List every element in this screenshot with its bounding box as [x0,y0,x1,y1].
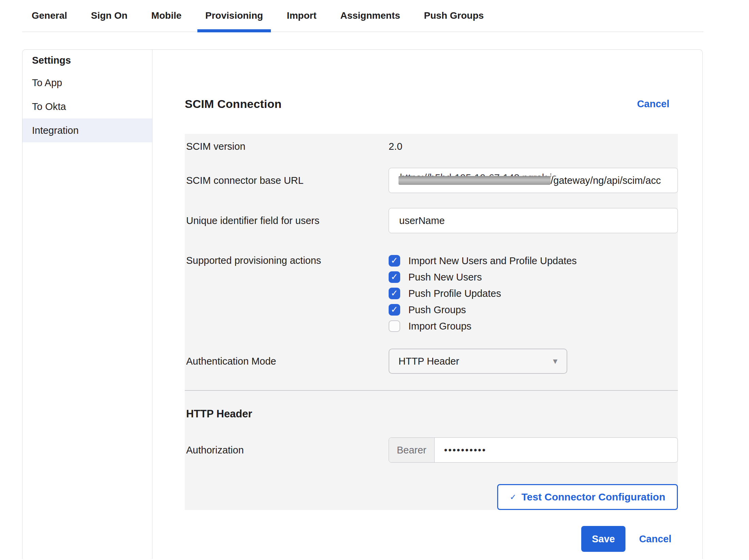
redaction-bar [398,176,551,185]
sidebar-item-to-app[interactable]: To App [22,71,152,95]
test-connector-row: ✓ Test Connector Configuration [185,484,678,510]
option-push-profile-updates[interactable]: ✓ Push Profile Updates [389,288,577,299]
scim-version-value: 2.0 [389,141,402,152]
auth-mode-selected-value: HTTP Header [398,356,459,367]
cancel-link-bottom[interactable]: Cancel [639,533,671,545]
tab-mobile[interactable]: Mobile [144,10,190,32]
page-title: SCIM Connection [185,97,281,111]
test-connector-label: Test Connector Configuration [521,491,665,503]
base-url-input[interactable]: https://b5bd-195-19-67-148.ngrok.io /gat… [389,168,678,193]
base-url-label: SCIM connector base URL [186,175,389,186]
test-connector-button[interactable]: ✓ Test Connector Configuration [497,484,678,510]
sidebar-item-integration[interactable]: Integration [22,118,152,142]
cancel-link-top[interactable]: Cancel [637,98,669,110]
checkbox-checked-icon[interactable]: ✓ [389,255,400,267]
app-tab-bar: General Sign On Mobile Provisioning Impo… [22,0,703,32]
authorization-label: Authorization [186,445,389,456]
unique-id-label: Unique identifier field for users [186,215,389,226]
provisioning-actions-row: Supported provisioning actions ✓ Import … [185,255,678,332]
provisioning-panel: Settings To App To Okta Integration SCIM… [22,49,703,559]
section-divider [185,390,678,391]
unique-id-value: userName [389,215,445,226]
check-icon: ✓ [510,493,516,501]
http-header-section-title: HTTP Header [185,407,678,421]
auth-mode-row: Authentication Mode HTTP Header ▼ [185,349,678,374]
option-label: Import Groups [408,321,471,332]
tab-push-groups[interactable]: Push Groups [416,10,492,32]
sidebar-item-to-okta[interactable]: To Okta [22,95,152,118]
checkbox-checked-icon[interactable]: ✓ [389,304,400,316]
scim-version-label: SCIM version [186,141,389,152]
checkbox-checked-icon[interactable]: ✓ [389,271,400,283]
tab-provisioning[interactable]: Provisioning [197,10,271,32]
main-content: SCIM Connection Cancel SCIM version 2.0 … [152,50,702,559]
unique-id-row: Unique identifier field for users userNa… [185,208,678,233]
option-import-new-users[interactable]: ✓ Import New Users and Profile Updates [389,255,577,267]
authorization-token-input[interactable]: •••••••••• [435,438,487,462]
checkbox-checked-icon[interactable]: ✓ [389,288,400,299]
option-label: Push Profile Updates [408,288,501,299]
base-url-row: SCIM connector base URL https://b5bd-195… [185,168,678,193]
tab-import[interactable]: Import [279,10,324,32]
option-label: Push New Users [408,272,482,283]
authorization-row: Authorization Bearer •••••••••• [185,437,678,463]
scim-connection-header: SCIM Connection Cancel [152,97,702,111]
option-push-new-users[interactable]: ✓ Push New Users [389,271,577,283]
check-icon: ✓ [391,256,398,265]
option-label: Push Groups [408,304,466,316]
save-button[interactable]: Save [581,526,625,552]
checkbox-unchecked-icon[interactable] [389,320,400,332]
base-url-visible-text: /gateway/ng/api/scim/acc [551,175,661,186]
form-footer: Save Cancel [152,526,702,552]
provisioning-actions-label: Supported provisioning actions [186,255,389,266]
option-import-groups[interactable]: Import Groups [389,320,577,332]
sidebar-title: Settings [22,50,152,71]
provisioning-actions-options: ✓ Import New Users and Profile Updates ✓… [389,255,577,332]
check-icon: ✓ [391,305,398,314]
tab-general[interactable]: General [24,10,75,32]
tab-sign-on[interactable]: Sign On [83,10,135,32]
auth-mode-label: Authentication Mode [186,356,389,367]
option-push-groups[interactable]: ✓ Push Groups [389,304,577,316]
scim-connection-form: SCIM version 2.0 SCIM connector base URL… [185,134,678,510]
auth-mode-select[interactable]: HTTP Header ▼ [389,349,567,374]
scim-version-row: SCIM version 2.0 [185,138,678,155]
bearer-prefix: Bearer [389,438,435,462]
option-label: Import New Users and Profile Updates [408,255,577,267]
chevron-down-icon: ▼ [553,358,557,365]
tab-assignments[interactable]: Assignments [332,10,408,32]
check-icon: ✓ [391,272,398,281]
settings-sidebar: Settings To App To Okta Integration [22,50,152,559]
unique-id-input[interactable]: userName [389,208,678,233]
authorization-input-group: Bearer •••••••••• [389,437,678,463]
check-icon: ✓ [391,289,398,298]
